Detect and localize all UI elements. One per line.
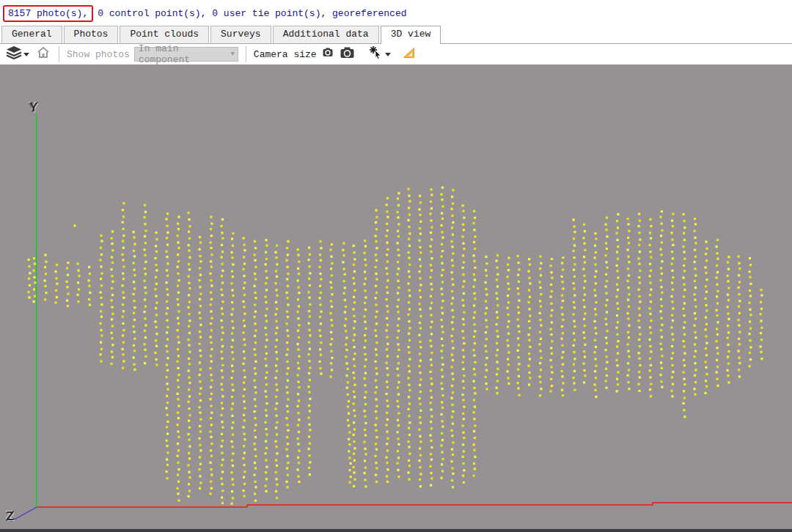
toolbar-separator <box>59 46 59 62</box>
y-axis-label: Y <box>29 100 37 116</box>
toolbar-separator <box>246 46 246 62</box>
home-icon <box>37 46 50 62</box>
status-summary: 0 control point(s), 0 user tie point(s),… <box>98 8 406 19</box>
tab-point-clouds[interactable]: Point clouds <box>120 26 209 43</box>
tab-surveys[interactable]: Surveys <box>210 26 271 43</box>
camera-size-large-button[interactable] <box>339 45 356 63</box>
photo-count-highlight: 8157 photo(s), <box>3 5 93 22</box>
camera-size-label: Camera size <box>254 49 317 60</box>
toolbar-3d-view: Show photos In main component ▼ Camera s… <box>0 44 792 64</box>
tab-photos[interactable]: Photos <box>64 26 119 43</box>
z-axis-label: Z <box>6 509 14 525</box>
status-bar: 8157 photo(s), 0 control point(s), 0 use… <box>0 0 792 26</box>
camera-small-icon <box>323 48 333 61</box>
pointer-star-icon <box>369 45 384 63</box>
layers-dropdown-caret <box>23 53 29 56</box>
show-photos-label: Show photos <box>67 49 130 60</box>
measure-tool-button[interactable] <box>401 45 417 63</box>
camera-large-icon <box>340 47 354 62</box>
tie-point-tool-button[interactable] <box>367 45 392 63</box>
viewport-3d[interactable]: Y Z <box>0 64 792 532</box>
combo-arrow-icon: ▼ <box>230 51 237 58</box>
tool-dropdown-caret <box>385 53 391 56</box>
viewport-bottom-edge <box>0 529 792 532</box>
tab-3d-view[interactable]: 3D view <box>381 26 441 44</box>
tab-bar: General Photos Point clouds Surveys Addi… <box>0 26 792 44</box>
layers-button[interactable] <box>4 45 31 63</box>
component-select[interactable]: In main component ▼ <box>134 47 238 62</box>
layers-icon <box>6 46 22 63</box>
camera-size-small-button[interactable] <box>321 45 334 63</box>
component-select-value: In main component <box>139 43 231 65</box>
triangle-ruler-icon <box>403 47 416 62</box>
tab-general[interactable]: General <box>1 26 62 43</box>
tab-additional-data[interactable]: Additional data <box>273 26 379 43</box>
home-view-button[interactable] <box>35 45 51 63</box>
camera-points-canvas[interactable] <box>0 64 792 532</box>
